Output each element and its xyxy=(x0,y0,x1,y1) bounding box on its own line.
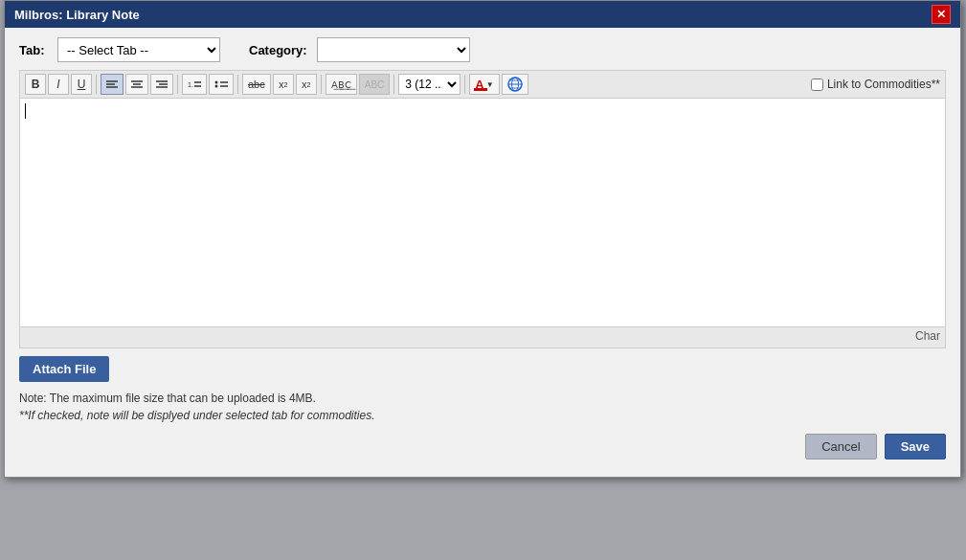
modal-body: Tab: -- Select Tab -- Category: B I U xyxy=(5,28,960,348)
align-right-button[interactable] xyxy=(150,74,173,95)
font-size-select[interactable]: 3 (12 ... 1 (8pt) 2 (10pt) 4 (14pt) 5 (1… xyxy=(398,74,461,95)
save-button[interactable]: Save xyxy=(885,434,946,459)
toolbar-separator-6 xyxy=(464,75,465,94)
title-bar: Milbros: Library Note ✕ xyxy=(5,1,960,28)
modal-title: Milbros: Library Note xyxy=(14,8,140,22)
editor-area[interactable] xyxy=(19,98,946,327)
subscript-button[interactable]: x2 xyxy=(296,74,317,95)
char-count-label: Char xyxy=(915,329,940,343)
ordered-list-button[interactable]: 1. xyxy=(182,74,207,95)
superscript-button[interactable]: x2 xyxy=(273,74,294,95)
link-commodities-checkbox[interactable] xyxy=(811,78,823,91)
action-row: Cancel Save xyxy=(19,434,946,469)
toolbar-separator-1 xyxy=(96,75,97,94)
tab-select[interactable]: -- Select Tab -- xyxy=(57,37,220,62)
editor-cursor xyxy=(25,103,26,119)
field-row: Tab: -- Select Tab -- Category: xyxy=(19,37,946,62)
modal-overlay: Milbros: Library Note ✕ Tab: -- Select T… xyxy=(0,0,966,560)
cancel-button[interactable]: Cancel xyxy=(805,434,876,459)
svg-point-12 xyxy=(215,81,218,84)
italic-button[interactable]: I xyxy=(48,74,69,95)
bold-button[interactable]: B xyxy=(25,74,46,95)
spellcheck-button[interactable]: A͟B͟C͟ xyxy=(326,74,357,95)
align-center-button[interactable] xyxy=(125,74,148,95)
toolbar-separator-4 xyxy=(321,75,322,94)
char-bar: Char xyxy=(19,327,946,348)
modal-footer: Attach File Note: The maximum file size … xyxy=(5,348,960,477)
tab-label: Tab: xyxy=(19,43,48,57)
font-color-button[interactable]: A ▼ xyxy=(469,74,499,95)
close-button[interactable]: ✕ xyxy=(932,5,951,24)
svg-point-13 xyxy=(215,85,218,88)
category-select[interactable] xyxy=(317,37,470,62)
link-commodities-label[interactable]: Link to Commodities** xyxy=(827,78,940,91)
note-text-1: Note: The maximum file size that can be … xyxy=(19,390,946,407)
toolbar-separator-2 xyxy=(177,75,178,94)
toolbar-separator-3 xyxy=(237,75,238,94)
modal-dialog: Milbros: Library Note ✕ Tab: -- Select T… xyxy=(4,0,961,478)
strikethrough-button[interactable]: abc xyxy=(242,74,271,95)
globe-button[interactable] xyxy=(502,74,528,95)
svg-text:1.: 1. xyxy=(188,81,193,88)
toolbar-separator-5 xyxy=(393,75,394,94)
attach-file-button[interactable]: Attach File xyxy=(19,356,109,382)
note-text-2: **If checked, note will be displyed unde… xyxy=(19,409,946,422)
commodities-check-group: Link to Commodities** xyxy=(811,78,940,91)
editor-toolbar: B I U 1. xyxy=(19,70,946,98)
category-label: Category: xyxy=(249,43,307,57)
underline-button[interactable]: U xyxy=(71,74,92,95)
spellcheck2-button[interactable]: ABC xyxy=(359,74,391,95)
align-left-button[interactable] xyxy=(101,74,124,95)
unordered-list-button[interactable] xyxy=(209,74,234,95)
